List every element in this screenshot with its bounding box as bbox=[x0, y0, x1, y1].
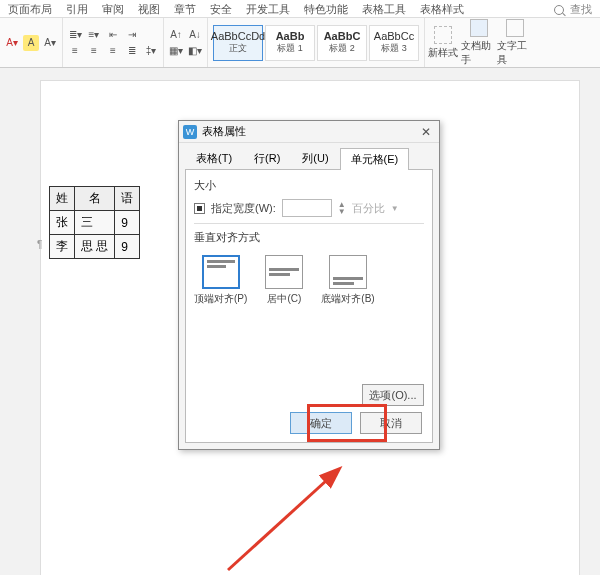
tab-section[interactable]: 章节 bbox=[174, 2, 196, 17]
align-top-option[interactable]: 顶端对齐(P) bbox=[194, 255, 247, 306]
align-bottom-icon bbox=[329, 255, 367, 289]
search-icon bbox=[554, 5, 564, 15]
table-row: 姓 名 语 bbox=[50, 187, 140, 211]
new-style-button[interactable]: 新样式 bbox=[425, 26, 461, 60]
numbering-icon[interactable]: ≡▾ bbox=[86, 27, 102, 43]
style-body[interactable]: AaBbCcDd正文 bbox=[213, 25, 263, 61]
indent-inc-icon[interactable]: ⇥ bbox=[124, 27, 140, 43]
table-header[interactable]: 语 bbox=[115, 187, 140, 211]
ribbon-toolbar: A▾ A A▾ ≣▾ ≡▾ ⇤ ⇥ ≡ ≡ ≡ ≣ ‡▾ A↑ A↓ ▦▾ ◧▾… bbox=[0, 18, 600, 68]
align-top-icon bbox=[202, 255, 240, 289]
tab-layout[interactable]: 页面布局 bbox=[8, 2, 52, 17]
text-tool-button[interactable]: 文字工具 bbox=[497, 19, 533, 67]
align-right-icon[interactable]: ≡ bbox=[105, 43, 121, 59]
ok-button[interactable]: 确定 bbox=[290, 412, 352, 434]
tab-cell[interactable]: 单元格(E) bbox=[340, 148, 410, 170]
tab-security[interactable]: 安全 bbox=[210, 2, 232, 17]
font-effect-icon[interactable]: A▾ bbox=[42, 35, 58, 51]
tab-row[interactable]: 行(R) bbox=[243, 147, 291, 169]
close-icon[interactable]: ✕ bbox=[417, 125, 435, 139]
text-tool-icon bbox=[506, 19, 524, 37]
align-middle-icon bbox=[265, 255, 303, 289]
style-h3[interactable]: AaBbCc标题 3 bbox=[369, 25, 419, 61]
table-header[interactable]: 名 bbox=[75, 187, 115, 211]
width-check-label: 指定宽度(W): bbox=[211, 201, 276, 216]
paragraph-mark-icon: ¶ bbox=[37, 239, 42, 250]
tab-reference[interactable]: 引用 bbox=[66, 2, 88, 17]
tab-view[interactable]: 视图 bbox=[138, 2, 160, 17]
font-color-icon[interactable]: A▾ bbox=[4, 35, 20, 51]
app-logo-icon: W bbox=[183, 125, 197, 139]
dialog-body: 大小 指定宽度(W): ▲▼ 百分比 ▼ 垂直对齐方式 顶端对齐(P) 居中(C… bbox=[185, 169, 433, 443]
tab-feature[interactable]: 特色功能 bbox=[304, 2, 348, 17]
tab-review[interactable]: 审阅 bbox=[102, 2, 124, 17]
width-checkbox[interactable] bbox=[194, 203, 205, 214]
align-justify-icon[interactable]: ≣ bbox=[124, 43, 140, 59]
bullets-icon[interactable]: ≣▾ bbox=[67, 27, 83, 43]
line-spacing-icon[interactable]: ‡▾ bbox=[143, 43, 159, 59]
font-grow-icon[interactable]: A↑ bbox=[168, 27, 184, 43]
table-properties-dialog: W 表格属性 ✕ 表格(T) 行(R) 列(U) 单元格(E) 大小 指定宽度(… bbox=[178, 120, 440, 450]
dialog-tabs: 表格(T) 行(R) 列(U) 单元格(E) bbox=[179, 143, 439, 169]
new-style-icon bbox=[434, 26, 452, 44]
tab-dev[interactable]: 开发工具 bbox=[246, 2, 290, 17]
options-button[interactable]: 选项(O)... bbox=[362, 384, 424, 406]
align-bottom-option[interactable]: 底端对齐(B) bbox=[321, 255, 374, 306]
ribbon-tabs: 页面布局 引用 审阅 视图 章节 安全 开发工具 特色功能 表格工具 表格样式 … bbox=[0, 0, 600, 18]
highlight-icon[interactable]: A bbox=[23, 35, 39, 51]
indent-dec-icon[interactable]: ⇤ bbox=[105, 27, 121, 43]
document-table[interactable]: 姓 名 语 张 三 9 李 思 思 9 bbox=[49, 186, 140, 259]
style-h2[interactable]: AaBbC标题 2 bbox=[317, 25, 367, 61]
dialog-titlebar[interactable]: W 表格属性 ✕ bbox=[179, 121, 439, 143]
valign-label: 垂直对齐方式 bbox=[194, 230, 424, 245]
doc-helper-icon bbox=[470, 19, 488, 37]
doc-helper-button[interactable]: 文档助手 bbox=[461, 19, 497, 67]
tab-table[interactable]: 表格(T) bbox=[185, 147, 243, 169]
table-row: 李 思 思 9 bbox=[50, 235, 140, 259]
table-header[interactable]: 姓 bbox=[50, 187, 75, 211]
tab-table-tools[interactable]: 表格工具 bbox=[362, 2, 406, 17]
shading-icon[interactable]: ◧▾ bbox=[187, 43, 203, 59]
table-row: 张 三 9 bbox=[50, 211, 140, 235]
tab-table-style[interactable]: 表格样式 bbox=[420, 2, 464, 17]
style-h1[interactable]: AaBb标题 1 bbox=[265, 25, 315, 61]
borders-icon[interactable]: ▦▾ bbox=[168, 43, 184, 59]
size-label: 大小 bbox=[194, 178, 424, 193]
align-middle-option[interactable]: 居中(C) bbox=[265, 255, 303, 306]
chevron-down-icon[interactable]: ▼ bbox=[391, 204, 399, 213]
cancel-button[interactable]: 取消 bbox=[360, 412, 422, 434]
align-left-icon[interactable]: ≡ bbox=[67, 43, 83, 59]
dialog-title: 表格属性 bbox=[202, 124, 246, 139]
align-center-icon[interactable]: ≡ bbox=[86, 43, 102, 59]
width-input[interactable] bbox=[282, 199, 332, 217]
font-shrink-icon[interactable]: A↓ bbox=[187, 27, 203, 43]
tab-col[interactable]: 列(U) bbox=[291, 147, 339, 169]
unit-label: 百分比 bbox=[352, 201, 385, 216]
spinner-icon[interactable]: ▲▼ bbox=[338, 201, 346, 215]
search-box[interactable]: 查找 bbox=[554, 2, 592, 17]
